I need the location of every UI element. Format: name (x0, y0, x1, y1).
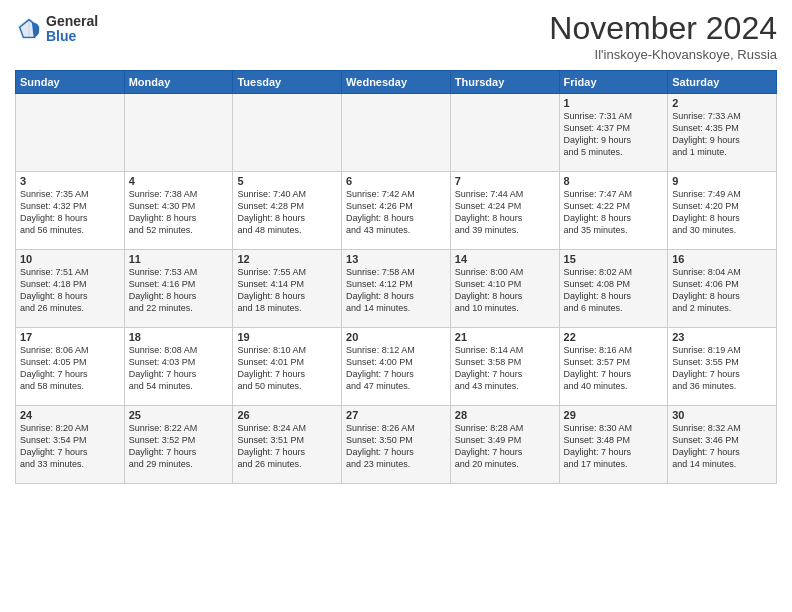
week-row-2: 3Sunrise: 7:35 AM Sunset: 4:32 PM Daylig… (16, 172, 777, 250)
day-info: Sunrise: 8:24 AM Sunset: 3:51 PM Dayligh… (237, 422, 337, 471)
table-cell: 28Sunrise: 8:28 AM Sunset: 3:49 PM Dayli… (450, 406, 559, 484)
col-wednesday: Wednesday (342, 71, 451, 94)
page-container: General Blue November 2024 Il'inskoye-Kh… (0, 0, 792, 489)
day-info: Sunrise: 7:55 AM Sunset: 4:14 PM Dayligh… (237, 266, 337, 315)
day-number: 12 (237, 253, 337, 265)
calendar-table: Sunday Monday Tuesday Wednesday Thursday… (15, 70, 777, 484)
logo-blue-text: Blue (46, 29, 98, 44)
day-number: 9 (672, 175, 772, 187)
day-number: 25 (129, 409, 229, 421)
day-number: 15 (564, 253, 664, 265)
logo-text: General Blue (46, 14, 98, 45)
col-friday: Friday (559, 71, 668, 94)
day-number: 18 (129, 331, 229, 343)
table-cell: 17Sunrise: 8:06 AM Sunset: 4:05 PM Dayli… (16, 328, 125, 406)
table-cell: 15Sunrise: 8:02 AM Sunset: 4:08 PM Dayli… (559, 250, 668, 328)
location: Il'inskoye-Khovanskoye, Russia (549, 47, 777, 62)
day-number: 8 (564, 175, 664, 187)
table-cell: 14Sunrise: 8:00 AM Sunset: 4:10 PM Dayli… (450, 250, 559, 328)
day-number: 13 (346, 253, 446, 265)
table-cell: 18Sunrise: 8:08 AM Sunset: 4:03 PM Dayli… (124, 328, 233, 406)
title-block: November 2024 Il'inskoye-Khovanskoye, Ru… (549, 10, 777, 62)
day-info: Sunrise: 7:44 AM Sunset: 4:24 PM Dayligh… (455, 188, 555, 237)
table-cell: 12Sunrise: 7:55 AM Sunset: 4:14 PM Dayli… (233, 250, 342, 328)
day-info: Sunrise: 7:51 AM Sunset: 4:18 PM Dayligh… (20, 266, 120, 315)
table-cell: 5Sunrise: 7:40 AM Sunset: 4:28 PM Daylig… (233, 172, 342, 250)
day-number: 16 (672, 253, 772, 265)
day-info: Sunrise: 7:40 AM Sunset: 4:28 PM Dayligh… (237, 188, 337, 237)
day-info: Sunrise: 8:08 AM Sunset: 4:03 PM Dayligh… (129, 344, 229, 393)
day-number: 3 (20, 175, 120, 187)
table-cell (233, 94, 342, 172)
day-info: Sunrise: 8:00 AM Sunset: 4:10 PM Dayligh… (455, 266, 555, 315)
day-info: Sunrise: 7:31 AM Sunset: 4:37 PM Dayligh… (564, 110, 664, 159)
day-info: Sunrise: 7:53 AM Sunset: 4:16 PM Dayligh… (129, 266, 229, 315)
col-sunday: Sunday (16, 71, 125, 94)
day-info: Sunrise: 7:58 AM Sunset: 4:12 PM Dayligh… (346, 266, 446, 315)
week-row-5: 24Sunrise: 8:20 AM Sunset: 3:54 PM Dayli… (16, 406, 777, 484)
table-cell (16, 94, 125, 172)
table-cell: 6Sunrise: 7:42 AM Sunset: 4:26 PM Daylig… (342, 172, 451, 250)
week-row-4: 17Sunrise: 8:06 AM Sunset: 4:05 PM Dayli… (16, 328, 777, 406)
day-info: Sunrise: 8:19 AM Sunset: 3:55 PM Dayligh… (672, 344, 772, 393)
day-info: Sunrise: 8:32 AM Sunset: 3:46 PM Dayligh… (672, 422, 772, 471)
table-cell: 10Sunrise: 7:51 AM Sunset: 4:18 PM Dayli… (16, 250, 125, 328)
day-number: 19 (237, 331, 337, 343)
day-info: Sunrise: 7:38 AM Sunset: 4:30 PM Dayligh… (129, 188, 229, 237)
day-number: 29 (564, 409, 664, 421)
day-number: 14 (455, 253, 555, 265)
table-cell: 24Sunrise: 8:20 AM Sunset: 3:54 PM Dayli… (16, 406, 125, 484)
table-cell: 1Sunrise: 7:31 AM Sunset: 4:37 PM Daylig… (559, 94, 668, 172)
day-number: 11 (129, 253, 229, 265)
day-info: Sunrise: 8:30 AM Sunset: 3:48 PM Dayligh… (564, 422, 664, 471)
day-info: Sunrise: 8:16 AM Sunset: 3:57 PM Dayligh… (564, 344, 664, 393)
header-row: Sunday Monday Tuesday Wednesday Thursday… (16, 71, 777, 94)
col-monday: Monday (124, 71, 233, 94)
day-info: Sunrise: 8:04 AM Sunset: 4:06 PM Dayligh… (672, 266, 772, 315)
header: General Blue November 2024 Il'inskoye-Kh… (15, 10, 777, 62)
day-number: 20 (346, 331, 446, 343)
day-number: 23 (672, 331, 772, 343)
day-info: Sunrise: 7:35 AM Sunset: 4:32 PM Dayligh… (20, 188, 120, 237)
day-info: Sunrise: 8:14 AM Sunset: 3:58 PM Dayligh… (455, 344, 555, 393)
table-cell: 26Sunrise: 8:24 AM Sunset: 3:51 PM Dayli… (233, 406, 342, 484)
table-cell: 25Sunrise: 8:22 AM Sunset: 3:52 PM Dayli… (124, 406, 233, 484)
day-info: Sunrise: 8:26 AM Sunset: 3:50 PM Dayligh… (346, 422, 446, 471)
day-number: 10 (20, 253, 120, 265)
month-title: November 2024 (549, 10, 777, 47)
table-cell: 16Sunrise: 8:04 AM Sunset: 4:06 PM Dayli… (668, 250, 777, 328)
day-number: 24 (20, 409, 120, 421)
table-cell (342, 94, 451, 172)
day-info: Sunrise: 8:22 AM Sunset: 3:52 PM Dayligh… (129, 422, 229, 471)
day-number: 21 (455, 331, 555, 343)
table-cell: 21Sunrise: 8:14 AM Sunset: 3:58 PM Dayli… (450, 328, 559, 406)
logo-general-text: General (46, 14, 98, 29)
table-cell: 29Sunrise: 8:30 AM Sunset: 3:48 PM Dayli… (559, 406, 668, 484)
day-info: Sunrise: 7:42 AM Sunset: 4:26 PM Dayligh… (346, 188, 446, 237)
day-number: 17 (20, 331, 120, 343)
day-info: Sunrise: 8:20 AM Sunset: 3:54 PM Dayligh… (20, 422, 120, 471)
table-cell: 11Sunrise: 7:53 AM Sunset: 4:16 PM Dayli… (124, 250, 233, 328)
day-info: Sunrise: 8:12 AM Sunset: 4:00 PM Dayligh… (346, 344, 446, 393)
day-info: Sunrise: 7:49 AM Sunset: 4:20 PM Dayligh… (672, 188, 772, 237)
day-info: Sunrise: 8:02 AM Sunset: 4:08 PM Dayligh… (564, 266, 664, 315)
day-info: Sunrise: 8:28 AM Sunset: 3:49 PM Dayligh… (455, 422, 555, 471)
table-cell: 30Sunrise: 8:32 AM Sunset: 3:46 PM Dayli… (668, 406, 777, 484)
table-cell: 9Sunrise: 7:49 AM Sunset: 4:20 PM Daylig… (668, 172, 777, 250)
table-cell: 22Sunrise: 8:16 AM Sunset: 3:57 PM Dayli… (559, 328, 668, 406)
table-cell: 4Sunrise: 7:38 AM Sunset: 4:30 PM Daylig… (124, 172, 233, 250)
table-cell (124, 94, 233, 172)
table-cell: 8Sunrise: 7:47 AM Sunset: 4:22 PM Daylig… (559, 172, 668, 250)
week-row-3: 10Sunrise: 7:51 AM Sunset: 4:18 PM Dayli… (16, 250, 777, 328)
day-number: 4 (129, 175, 229, 187)
day-info: Sunrise: 8:06 AM Sunset: 4:05 PM Dayligh… (20, 344, 120, 393)
logo-icon (15, 15, 43, 43)
day-number: 22 (564, 331, 664, 343)
day-number: 28 (455, 409, 555, 421)
table-cell: 2Sunrise: 7:33 AM Sunset: 4:35 PM Daylig… (668, 94, 777, 172)
week-row-1: 1Sunrise: 7:31 AM Sunset: 4:37 PM Daylig… (16, 94, 777, 172)
table-cell: 3Sunrise: 7:35 AM Sunset: 4:32 PM Daylig… (16, 172, 125, 250)
table-cell: 7Sunrise: 7:44 AM Sunset: 4:24 PM Daylig… (450, 172, 559, 250)
day-number: 2 (672, 97, 772, 109)
day-info: Sunrise: 8:10 AM Sunset: 4:01 PM Dayligh… (237, 344, 337, 393)
